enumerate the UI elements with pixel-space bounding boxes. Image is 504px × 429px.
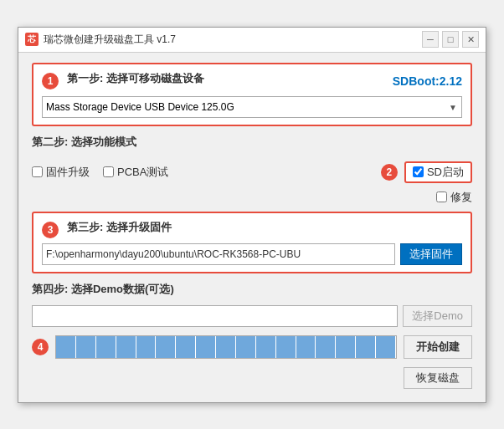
progress-block — [276, 336, 296, 358]
titlebar-left: 芯 瑞芯微创建升级磁盘工具 v1.7 — [25, 33, 176, 47]
step1-box: 1 第一步: 选择可移动磁盘设备 SDBoot:2.12 Mass Storag… — [32, 63, 472, 126]
step2-row: 固件升级 PCBA测试 2 SD启动 — [32, 158, 472, 186]
step3-header-row: 3 第三步: 选择升级固件 — [42, 220, 462, 240]
select-firmware-button[interactable]: 选择固件 — [400, 243, 462, 265]
progress-block — [96, 336, 116, 358]
pcba-test-item: PCBA测试 — [103, 165, 168, 180]
progress-block — [256, 336, 276, 358]
step3-label: 第三步: 选择升级固件 — [67, 220, 172, 235]
app-icon: 芯 — [25, 33, 39, 46]
device-select[interactable]: Mass Storage Device USB Device 125.0G — [42, 96, 462, 118]
progress-block — [296, 336, 316, 358]
main-window: 芯 瑞芯微创建升级磁盘工具 v1.7 ─ □ ✕ 1 第一步: 选择可移动磁盘设… — [18, 27, 486, 403]
progress-block — [356, 336, 376, 358]
demo-path-input[interactable] — [32, 305, 398, 327]
progress-block — [336, 336, 356, 358]
progress-block — [116, 336, 136, 358]
firmware-upgrade-checkbox[interactable] — [32, 166, 43, 177]
step4-row: 选择Demo — [32, 305, 472, 327]
step3-badge: 3 — [42, 222, 59, 238]
progress-block — [196, 336, 216, 358]
pcba-test-label: PCBA测试 — [117, 165, 168, 180]
titlebar-controls: ─ □ ✕ — [422, 31, 479, 48]
device-dropdown-row: Mass Storage Device USB Device 125.0G — [42, 96, 462, 118]
step2-badge: 2 — [381, 164, 398, 181]
progress-block — [136, 336, 157, 358]
step1-badge: 1 — [42, 73, 59, 89]
progress-block — [216, 336, 236, 358]
repair-row: 修复 — [32, 190, 472, 205]
step3-box: 3 第三步: 选择升级固件 选择固件 — [32, 212, 472, 273]
minimize-button[interactable]: ─ — [422, 31, 439, 48]
progress-block — [236, 336, 256, 358]
device-select-wrapper: Mass Storage Device USB Device 125.0G — [42, 96, 462, 118]
progress-block — [56, 336, 76, 358]
step4-label: 第四步: 选择Demo数据(可选) — [32, 282, 174, 297]
step2-section: 第二步: 选择功能模式 固件升级 PCBA测试 2 SD启动 — [32, 135, 472, 205]
repair-checkbox[interactable] — [436, 192, 447, 202]
window-title: 瑞芯微创建升级磁盘工具 v1.7 — [44, 33, 176, 47]
progress-block — [156, 336, 176, 358]
restore-disk-button[interactable]: 恢复磁盘 — [404, 367, 472, 389]
select-demo-button[interactable]: 选择Demo — [403, 305, 472, 327]
start-create-button[interactable]: 开始创建 — [404, 335, 472, 359]
bottom-row: 恢复磁盘 — [32, 367, 472, 389]
repair-label: 修复 — [450, 190, 472, 205]
step4-badge: 4 — [32, 339, 49, 355]
content-area: 1 第一步: 选择可移动磁盘设备 SDBoot:2.12 Mass Storag… — [18, 53, 486, 402]
progress-block — [176, 336, 196, 358]
step2-header-row: 第二步: 选择功能模式 — [32, 135, 472, 155]
progress-block — [316, 336, 336, 358]
sd-boot-box: SD启动 — [404, 161, 472, 183]
firmware-path-input[interactable] — [42, 243, 395, 265]
firmware-upgrade-label: 固件升级 — [46, 165, 90, 180]
step1-header: 1 第一步: 选择可移动磁盘设备 SDBoot:2.12 — [42, 71, 462, 91]
sdboot-label: SDBoot:2.12 — [393, 74, 462, 88]
firmware-upgrade-item: 固件升级 — [32, 165, 90, 180]
repair-item: 修复 — [436, 190, 472, 205]
step4-section: 第四步: 选择Demo数据(可选) 选择Demo — [32, 282, 472, 327]
progress-section: 4 开始创建 — [32, 335, 472, 359]
sd-boot-label: SD启动 — [427, 165, 464, 180]
step1-label: 第一步: 选择可移动磁盘设备 — [67, 71, 204, 86]
titlebar: 芯 瑞芯微创建升级磁盘工具 v1.7 ─ □ ✕ — [18, 28, 486, 53]
step4-header-row: 第四步: 选择Demo数据(可选) — [32, 282, 472, 302]
maximize-button[interactable]: □ — [442, 31, 459, 48]
progress-block — [76, 336, 96, 358]
pcba-test-checkbox[interactable] — [103, 166, 114, 177]
step2-right: 2 SD启动 — [381, 161, 472, 183]
progress-block — [376, 336, 396, 358]
step2-label: 第二步: 选择功能模式 — [32, 135, 136, 150]
progress-bar — [55, 335, 397, 359]
step3-row: 选择固件 — [42, 243, 462, 265]
close-button[interactable]: ✕ — [462, 31, 479, 48]
sd-boot-checkbox[interactable] — [413, 166, 424, 177]
